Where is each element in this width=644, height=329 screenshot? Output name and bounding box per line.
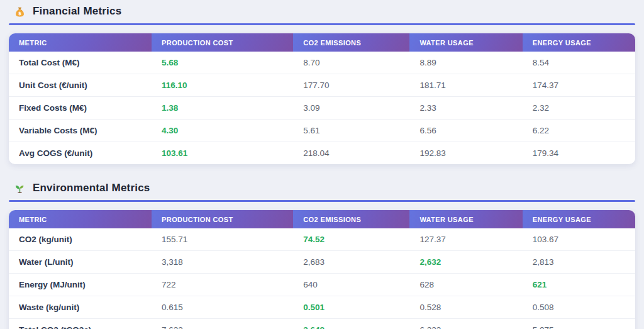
metric-label: Variable Costs (M€) <box>9 120 152 142</box>
column-header: ENERGY USAGE <box>523 33 635 52</box>
table-row: Fixed Costs (M€)1.383.092.332.32 <box>9 97 635 120</box>
table-row: Variable Costs (M€)4.305.616.566.22 <box>9 120 635 142</box>
value-cell: 640 <box>293 274 409 296</box>
table-row: Water (L/unit)3,3182,6832,6322,813 <box>9 251 635 274</box>
value-cell: 8.89 <box>409 52 522 74</box>
value-cell: 179.34 <box>523 142 635 165</box>
table-row: Avg COGS (€/unit)103.61218.04192.83179.3… <box>9 142 635 165</box>
financial-metrics-section: $ Financial Metrics METRICPRODUCTION COS… <box>9 3 635 164</box>
value-cell: 3.09 <box>293 97 409 120</box>
environmental-metrics-card: METRICPRODUCTION COSTCO2 EMISSIONSWATER … <box>9 210 635 329</box>
column-header: WATER USAGE <box>409 210 522 228</box>
section-divider <box>9 200 635 202</box>
money-bag-icon: $ <box>14 6 26 18</box>
column-header: PRODUCTION COST <box>152 210 293 228</box>
column-header: METRIC <box>9 33 152 52</box>
best-value-cell: 103.61 <box>152 142 293 165</box>
value-cell: 127.37 <box>409 228 522 251</box>
table-header-row: METRICPRODUCTION COSTCO2 EMISSIONSWATER … <box>9 210 635 228</box>
value-cell: 2,813 <box>523 251 635 274</box>
value-cell: 0.508 <box>523 296 635 319</box>
best-value-cell: 0.501 <box>293 296 409 319</box>
value-cell: 2.33 <box>409 97 522 120</box>
value-cell: 8.54 <box>523 52 635 74</box>
best-value-cell: 1.38 <box>152 97 293 120</box>
value-cell: 0.528 <box>409 296 522 319</box>
table-row: Energy (MJ/unit)722640628621 <box>9 274 635 296</box>
metric-label: CO2 (kg/unit) <box>9 228 152 251</box>
value-cell: 3,318 <box>152 251 293 274</box>
metric-label: Waste (kg/unit) <box>9 296 152 319</box>
best-value-cell: 2,632 <box>409 251 522 274</box>
column-header: WATER USAGE <box>409 33 522 52</box>
value-cell: 192.83 <box>409 142 522 165</box>
metric-label: Avg COGS (€/unit) <box>9 142 152 165</box>
value-cell: 6,233 <box>409 319 522 329</box>
section-divider <box>9 23 635 25</box>
section-title: Environmental Metrics <box>33 182 150 194</box>
value-cell: 2,683 <box>293 251 409 274</box>
metric-label: Water (L/unit) <box>9 251 152 274</box>
value-cell: 5.61 <box>293 120 409 142</box>
metric-label: Total Cost (M€) <box>9 52 152 74</box>
value-cell: 174.37 <box>523 74 635 97</box>
financial-metrics-card: METRICPRODUCTION COSTCO2 EMISSIONSWATER … <box>9 33 635 164</box>
metric-label: Total CO2 (tCO2e) <box>9 319 152 329</box>
section-title: Financial Metrics <box>33 5 121 18</box>
best-value-cell: 5.68 <box>152 52 293 74</box>
column-header: CO2 EMISSIONS <box>293 33 409 52</box>
value-cell: 6.56 <box>409 120 522 142</box>
value-cell: 0.615 <box>152 296 293 319</box>
column-header: METRIC <box>9 210 152 228</box>
best-value-cell: 3,648 <box>293 319 409 329</box>
value-cell: 6.22 <box>523 120 635 142</box>
table-header-row: METRICPRODUCTION COSTCO2 EMISSIONSWATER … <box>9 33 635 52</box>
column-header: CO2 EMISSIONS <box>293 210 409 228</box>
best-value-cell: 4.30 <box>152 120 293 142</box>
table-row: Waste (kg/unit)0.6150.5010.5280.508 <box>9 296 635 319</box>
financial-metrics-table: METRICPRODUCTION COSTCO2 EMISSIONSWATER … <box>9 33 635 164</box>
value-cell: 181.71 <box>409 74 522 97</box>
environmental-metrics-section: Environmental Metrics METRICPRODUCTION C… <box>9 180 635 329</box>
seedling-icon <box>14 182 26 194</box>
best-value-cell: 621 <box>523 274 635 296</box>
value-cell: 5,075 <box>523 319 635 329</box>
value-cell: 8.70 <box>293 52 409 74</box>
environmental-metrics-table: METRICPRODUCTION COSTCO2 EMISSIONSWATER … <box>9 210 635 329</box>
section-header: Environmental Metrics <box>9 180 635 199</box>
table-row: Unit Cost (€/unit)116.10177.70181.71174.… <box>9 74 635 97</box>
value-cell: 155.71 <box>152 228 293 251</box>
value-cell: 103.67 <box>523 228 635 251</box>
metric-label: Unit Cost (€/unit) <box>9 74 152 97</box>
metrics-report-page: $ Financial Metrics METRICPRODUCTION COS… <box>0 0 644 329</box>
best-value-cell: 74.52 <box>293 228 409 251</box>
value-cell: 2.32 <box>523 97 635 120</box>
svg-text:$: $ <box>18 10 21 16</box>
value-cell: 177.70 <box>293 74 409 97</box>
section-header: $ Financial Metrics <box>9 3 635 22</box>
table-row: CO2 (kg/unit)155.7174.52127.37103.67 <box>9 228 635 251</box>
column-header: PRODUCTION COST <box>152 33 293 52</box>
table-row: Total CO2 (tCO2e)7,6223,6486,2335,075 <box>9 319 635 329</box>
table-row: Total Cost (M€)5.688.708.898.54 <box>9 52 635 74</box>
best-value-cell: 116.10 <box>152 74 293 97</box>
metric-label: Energy (MJ/unit) <box>9 274 152 296</box>
column-header: ENERGY USAGE <box>523 210 635 228</box>
value-cell: 722 <box>152 274 293 296</box>
value-cell: 628 <box>409 274 522 296</box>
metric-label: Fixed Costs (M€) <box>9 97 152 120</box>
value-cell: 218.04 <box>293 142 409 165</box>
value-cell: 7,622 <box>152 319 293 329</box>
